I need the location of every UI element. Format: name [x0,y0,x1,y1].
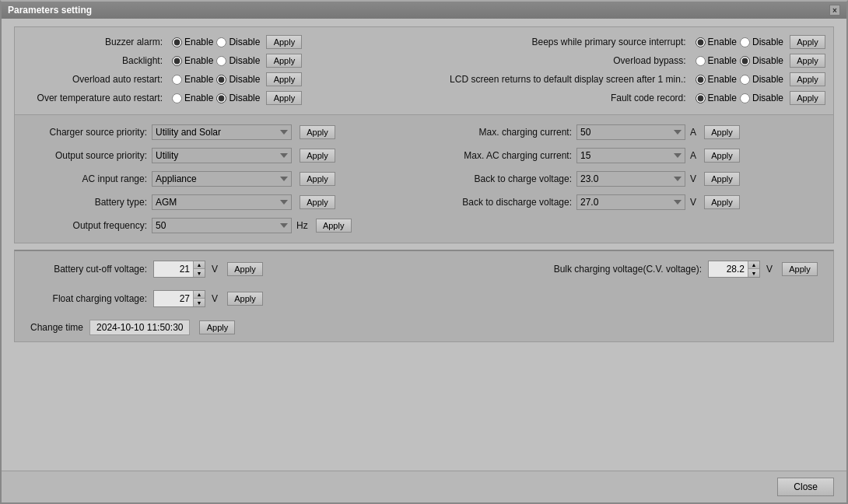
max-charging-unit: A [690,127,696,138]
overload-restart-disable[interactable]: Disable [216,74,260,85]
change-time-apply-button[interactable]: Apply [199,320,235,334]
output-source-select[interactable]: Utility Solar SBU [152,148,292,163]
backlight-apply-button[interactable]: Apply [266,54,302,68]
output-source-apply-button[interactable]: Apply [300,149,335,163]
overload-restart-group: Overload auto restart: Enable Disable Ap… [23,72,302,86]
float-charging-spinbox[interactable]: ▲ ▼ [153,290,205,307]
back-charge-voltage-row: Back to charge voltage: 22.023.024.025.0… [432,171,818,187]
battery-cutoff-apply-button[interactable]: Apply [227,262,263,276]
float-charging-input[interactable] [154,292,193,306]
freq-unit: Hz [296,220,308,231]
over-temp-label: Over temperature auto restart: [23,93,163,103]
buzzer-alarm-disable[interactable]: Disable [216,37,260,47]
battery-cutoff-spinbox[interactable]: ▲ ▼ [153,261,205,278]
spinbox-left-column: Battery cut-off voltage: ▲ ▼ V Apply Fl [30,261,263,313]
bulk-charging-input[interactable] [709,262,748,276]
close-button[interactable]: Close [777,478,834,496]
overload-restart-apply-button[interactable]: Apply [266,72,302,86]
lcd-return-label: LCD screen returns to default display sc… [450,74,685,85]
change-time-row: Change time 2024-10-10 11:50:30 Apply [30,320,818,335]
title-close-button[interactable]: × [829,5,840,16]
float-charging-down-button[interactable]: ▼ [194,299,205,306]
buzzer-alarm-apply-button[interactable]: Apply [266,35,302,49]
beeps-primary-disable[interactable]: Disable [740,37,783,47]
output-freq-select[interactable]: 50 60 [152,218,292,233]
beeps-primary-apply-button[interactable]: Apply [790,35,825,49]
overload-restart-label: Overload auto restart: [23,74,163,85]
float-charging-row: Float charging voltage: ▲ ▼ V Apply [30,290,263,307]
charger-source-apply-button[interactable]: Apply [300,125,335,139]
battery-type-apply-button[interactable]: Apply [300,195,335,209]
overload-restart-enable[interactable]: Enable [172,74,213,85]
back-charge-voltage-select[interactable]: 22.023.024.025.0 [576,171,685,187]
back-discharge-voltage-row: Back to discharge voltage: 25.026.027.02… [432,194,818,210]
backlight-group: Backlight: Enable Disable Apply [23,54,302,68]
battery-type-select[interactable]: AGM Flooded User [152,194,292,210]
battery-cutoff-up-button[interactable]: ▲ [194,261,205,269]
max-ac-charging-label: Max. AC charging current: [432,150,572,161]
dropdown-columns: Charger source priority: Utility and Sol… [30,124,818,233]
beeps-primary-label: Beeps while primary source interrupt: [468,37,686,47]
battery-type-label: Battery type: [30,197,147,208]
output-source-row: Output source priority: Utility Solar SB… [30,148,416,163]
float-charging-apply-button[interactable]: Apply [227,292,263,306]
bulk-charging-up-button[interactable]: ▲ [748,261,759,269]
window-title: Parameters setting [8,5,92,16]
backlight-enable[interactable]: Enable [172,55,213,66]
fault-code-apply-button[interactable]: Apply [790,91,825,105]
float-charging-up-button[interactable]: ▲ [194,291,205,299]
bulk-charging-spinbox[interactable]: ▲ ▼ [708,261,760,278]
bulk-charging-down-button[interactable]: ▼ [748,269,759,277]
max-charging-select[interactable]: 10203040 50607080 [576,124,685,140]
dropdown-section: Charger source priority: Utility and Sol… [14,115,834,243]
charger-source-label: Charger source priority: [30,127,147,138]
battery-cutoff-input[interactable] [154,262,193,276]
dropdown-left-column: Charger source priority: Utility and Sol… [30,124,416,233]
overload-bypass-apply-button[interactable]: Apply [790,54,825,68]
max-ac-charging-apply-button[interactable]: Apply [704,149,740,163]
radio-row-4: Over temperature auto restart: Enable Di… [23,91,825,105]
buzzer-alarm-enable[interactable]: Enable [172,37,213,47]
back-discharge-voltage-apply-button[interactable]: Apply [704,195,740,209]
overload-bypass-enable[interactable]: Enable [696,55,737,66]
ac-input-apply-button[interactable]: Apply [300,172,335,186]
lcd-return-disable[interactable]: Disable [740,74,783,85]
ac-input-select[interactable]: Appliance UPS [152,171,292,187]
overload-bypass-disable[interactable]: Disable [740,55,783,66]
battery-type-row: Battery type: AGM Flooded User Apply [30,194,416,210]
beeps-primary-enable[interactable]: Enable [696,37,737,47]
back-charge-voltage-label: Back to charge voltage: [432,173,572,184]
lcd-return-apply-button[interactable]: Apply [790,72,825,86]
radio-section: Buzzer alarm: Enable Disable Apply Beeps… [14,26,834,115]
float-charging-spin-buttons: ▲ ▼ [193,291,205,306]
bulk-charging-row: Bulk charging voltage(C.V. voltage): ▲ ▼… [531,261,818,278]
output-freq-apply-button[interactable]: Apply [316,219,352,233]
lcd-return-enable[interactable]: Enable [696,74,737,85]
output-source-label: Output source priority: [30,150,147,161]
fault-code-disable[interactable]: Disable [740,93,783,103]
battery-cutoff-down-button[interactable]: ▼ [194,269,205,277]
overload-bypass-label: Overload bypass: [468,55,686,66]
float-charging-label: Float charging voltage: [30,293,147,304]
bulk-charging-apply-button[interactable]: Apply [782,262,818,276]
fault-code-enable[interactable]: Enable [696,93,737,103]
back-discharge-voltage-unit: V [690,197,696,208]
spinbox-right-column: Bulk charging voltage(C.V. voltage): ▲ ▼… [531,261,818,278]
battery-cutoff-row: Battery cut-off voltage: ▲ ▼ V Apply [30,261,263,278]
backlight-disable[interactable]: Disable [216,55,260,66]
over-temp-enable[interactable]: Enable [172,93,213,103]
battery-cutoff-unit: V [212,264,218,275]
over-temp-apply-button[interactable]: Apply [266,91,302,105]
back-charge-voltage-apply-button[interactable]: Apply [704,172,740,186]
max-charging-label: Max. charging current: [432,127,572,138]
over-temp-disable[interactable]: Disable [216,93,260,103]
radio-row-1: Buzzer alarm: Enable Disable Apply Beeps… [23,35,825,49]
charger-source-select[interactable]: Utility and Solar Solar First Solar and … [152,124,292,140]
max-charging-apply-button[interactable]: Apply [704,125,740,139]
bulk-charging-unit: V [766,264,773,275]
over-temp-group: Over temperature auto restart: Enable Di… [23,91,302,105]
radio-row-3: Overload auto restart: Enable Disable Ap… [23,72,825,86]
back-discharge-voltage-select[interactable]: 25.026.027.028.0 [576,194,685,210]
max-ac-charging-select[interactable]: 2510 15202530 [576,148,685,163]
max-charging-row: Max. charging current: 10203040 50607080… [432,124,818,140]
